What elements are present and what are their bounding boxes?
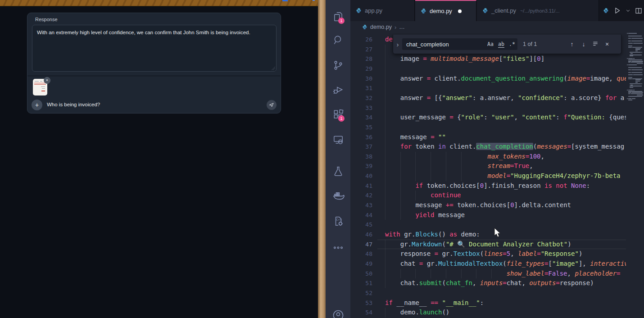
run-debug-icon [332,84,344,95]
code-text: chat.submit(chat_fn, inputs=chat, output… [385,278,626,288]
code-text [385,64,626,74]
run-dropdown-chevron-icon[interactable] [626,8,630,13]
code-line[interactable]: 30 answer = client.document_question_ans… [350,74,644,84]
find-next-button[interactable]: ↓ [578,41,590,48]
add-file-button[interactable]: + [32,100,42,110]
chat-input-row: + Who is being invoiced? [27,98,281,114]
line-number: 34 [350,113,372,123]
tools-file-icon: C++ [332,215,344,227]
code-line[interactable]: 51 chat.submit(chat_fn, inputs=chat, out… [350,278,644,288]
line-number: 29 [350,64,372,74]
activity-source-control[interactable] [326,56,350,74]
code-line[interactable]: 39 stream=True, [350,161,644,171]
code-line[interactable]: 48 response = gr.Textbox(lines=5, label=… [350,249,644,259]
code-line[interactable]: 35 [350,123,644,132]
regex-button[interactable]: .* [507,41,517,47]
source-control-icon [332,59,344,71]
activity-search[interactable] [326,31,350,49]
breadcrumb[interactable]: demo.py › … [350,21,644,33]
response-textarea[interactable]: With an extremely high level of confiden… [32,25,277,72]
line-number: 53 [350,298,372,308]
mouse-cursor [494,228,502,238]
line-number: 40 [350,171,372,181]
remove-attachment-button[interactable]: × [44,77,50,84]
find-widget: › chat_completion Aa ab .* 1 of 1 ↑ ↓ [393,35,621,54]
minimap[interactable] [626,33,644,318]
code-line[interactable]: 29 [350,64,644,74]
code-text: answer = [{"answer": a.answer, "confiden… [385,93,626,103]
code-line[interactable]: 43 message += token.choices[0].delta.con… [350,200,644,210]
run-button[interactable] [613,7,621,14]
code-line[interactable]: 31 [350,83,644,93]
activity-remote-explorer[interactable] [326,131,350,149]
tab-apppy[interactable]: app.py [350,0,415,21]
line-number: 26 [350,35,372,45]
line-number: 54 [350,308,372,318]
code-line[interactable]: 50 show_label=False, placeholder= [350,269,644,279]
code-line[interactable]: 33 [350,103,644,113]
response-text: With an extremely high level of confiden… [37,30,250,35]
code-line[interactable]: 42 continue [350,191,644,200]
find-in-selection-button[interactable] [590,41,601,48]
breadcrumb-file[interactable]: demo.py [370,24,392,30]
match-case-button[interactable]: Aa [485,41,496,47]
breadcrumb-more[interactable]: … [399,24,405,30]
resize-handle-icon[interactable] [271,66,275,70]
line-number: 52 [350,288,372,298]
line-number: 47 [350,240,372,250]
code-line[interactable]: 28 image = multimodal_message["files"][0… [350,54,644,64]
activity-badge: 1 [338,115,345,122]
activity-explorer[interactable]: 1 [326,8,350,26]
chat-input[interactable]: Who is being invoiced? [47,102,245,107]
tab-_clientpy[interactable]: _client.py~/.../python3.11/... [477,0,599,21]
svg-text:C++: C++ [336,218,341,222]
line-number: 44 [350,210,372,220]
code-line[interactable]: 53if __name__ == "__main__": [350,298,644,308]
remote-explorer-icon [332,134,344,145]
code-line[interactable]: 49 chat = gr.MultimodalTextbox(file_type… [350,259,644,269]
code-line[interactable]: 47 gr.Markdown("# 🔍 Document Analyzer Ch… [350,240,644,250]
activity-docker[interactable] [326,187,350,205]
code-line[interactable]: 38 max_tokens=100, [350,152,644,162]
find-in-selection-icon [592,41,599,47]
find-input[interactable]: chat_completion Aa ab .* [402,38,517,50]
code-line[interactable]: 52 [350,288,644,298]
code-line[interactable]: 32 answer = [{"answer": a.answer, "confi… [350,93,644,103]
line-number: 36 [350,132,372,142]
tab-demopy[interactable]: demo.py [415,0,476,21]
code-line[interactable]: 36 message = "" [350,132,644,142]
code-line[interactable]: 34 user_message = {"role": "user", "cont… [350,113,644,123]
card-divider [27,76,281,76]
line-number: 46 [350,230,372,240]
activity-more[interactable] [326,239,350,257]
code-text [385,103,626,113]
code-line[interactable]: 54 demo.launch() [350,308,644,318]
send-button[interactable] [267,100,277,110]
find-previous-button[interactable]: ↑ [566,41,578,48]
whole-word-button[interactable]: ab [496,41,507,47]
code-line[interactable]: 44 yield message [350,210,644,220]
breadcrumb-separator: › [395,24,396,31]
code-line[interactable]: 37 for token in client.chat_completion(m… [350,142,644,152]
code-text: chat = gr.MultimodalTextbox(file_types=[… [385,259,626,269]
activity-account[interactable] [326,306,350,318]
line-number: 38 [350,152,372,162]
find-toggle-chevron-icon[interactable]: › [393,41,402,48]
activity-run-debug[interactable] [326,81,350,99]
line-number: 27 [350,45,372,55]
send-icon [269,102,274,108]
activity-tools-file[interactable]: C++ [326,212,350,230]
activity-extensions[interactable]: 1 [326,105,350,123]
split-editor-button[interactable] [635,7,642,14]
line-number: 30 [350,74,372,84]
code-line[interactable]: 40 model="HuggingFaceH4/zephyr-7b-beta [350,171,644,181]
activity-testing[interactable] [326,162,350,180]
code-text: yield message [385,210,626,220]
modified-dot-icon[interactable] [458,9,462,13]
code-editor[interactable]: 26def chat_fn(multimodal_message):27 28 … [350,33,644,318]
python-icon [421,8,426,14]
code-text: message = "" [385,132,626,142]
find-close-button[interactable]: × [601,41,613,48]
code-line[interactable]: 41 if token.choices[0].finish_reason is … [350,181,644,191]
vscode-window: 11C++ app.pydemo.py_client.py~/.../pytho… [326,0,644,318]
